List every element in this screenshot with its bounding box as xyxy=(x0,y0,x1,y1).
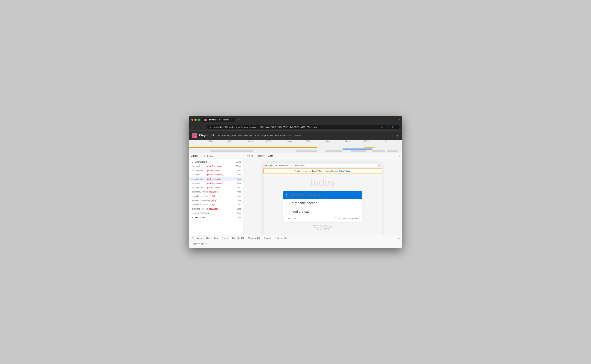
action-method-0: locator.fill xyxy=(192,165,206,167)
playwright-viewer: 🎭 Playwright demo-todo-app.spec.ts:60 › … xyxy=(189,131,402,248)
profile-icon[interactable]: 👤 xyxy=(391,126,394,128)
timeline-mark-500: 500ms xyxy=(286,140,305,143)
bottom-tab-network[interactable]: Network 6 xyxy=(246,235,262,241)
action-method-10: expect.toHaveText xyxy=(192,208,208,210)
nav-back-button[interactable]: ← xyxy=(191,126,195,129)
tab-actions[interactable]: Actions xyxy=(189,153,201,159)
new-tab-button[interactable]: + xyxy=(237,118,241,122)
action-item-9[interactable]: expect.toHaveText getByTestl... 2ms xyxy=(189,202,243,207)
tab-before[interactable]: Before xyxy=(255,153,266,159)
todo-notice-link[interactable]: real TodoMVC app. xyxy=(335,170,351,172)
action-item-6[interactable]: expect.toBeVisible getByText... 4ms xyxy=(189,190,243,194)
bottom-tab-errors-label: Errors xyxy=(222,237,228,239)
todo-items-left: 2 items left xyxy=(286,218,335,220)
action-method-3: locator.press xyxy=(192,178,206,180)
tab-metadata[interactable]: Metadata xyxy=(201,153,215,159)
theme-toggle-button[interactable]: ◐ xyxy=(397,134,399,137)
bottom-tab-source-label: Source xyxy=(264,237,271,239)
bottom-tab-source[interactable]: Source xyxy=(262,235,273,241)
bottom-tab-attachments[interactable]: Attachments xyxy=(273,235,289,241)
traffic-light-yellow[interactable] xyxy=(194,119,197,121)
bottom-tab-log[interactable]: Log xyxy=(212,235,220,241)
bottom-tab-locator[interactable]: ◎ Locator xyxy=(190,235,204,241)
share-icon[interactable]: ↑ xyxy=(385,126,386,128)
action-item-11[interactable]: page.waitForFunction 8ms xyxy=(189,211,243,215)
action-item-1[interactable]: locator.press getByPlacehold... 41ms xyxy=(189,168,243,173)
tab-close-button[interactable]: ✕ xyxy=(231,119,233,121)
pw-bottom-content: locator.press xyxy=(189,241,402,248)
timeline-bar-screenshot-3 xyxy=(325,150,342,152)
todo-filter-active[interactable]: Active xyxy=(340,217,347,220)
todo-credit-line-2: Created by Addy Osmani xyxy=(286,226,359,228)
action-item-8[interactable]: expect.toContainText getByT... 3ms xyxy=(189,198,243,202)
timeline-mark-600: 600ms xyxy=(305,140,325,143)
action-item-0[interactable]: locator.fill getByPlaceholder... 23ms xyxy=(189,164,243,168)
preview-menu-icon: ≡ xyxy=(379,164,380,167)
tab-dropdown[interactable]: ▾ xyxy=(399,119,400,121)
bottom-tab-call-label: Call xyxy=(206,237,210,239)
action-item-7[interactable]: expect.toHaveText getByTest... 4ms xyxy=(189,194,243,198)
pw-right-panel: Action Before After ⧉ xyxy=(243,153,402,235)
bottom-tab-network-label: Network xyxy=(248,237,256,239)
action-method-9: expect.toHaveText xyxy=(192,203,208,206)
todo-filter-completed[interactable]: Completed xyxy=(348,217,359,220)
action-group-after-hooks[interactable]: ▶ After Hooks 0ms xyxy=(189,215,243,220)
tab-title: Playwright Trace Viewer xyxy=(208,119,229,121)
external-link-icon[interactable]: ⧉ xyxy=(399,155,400,157)
action-item-2[interactable]: locator.fill getByPlaceholder('... 9ms xyxy=(189,173,243,177)
todo-credit: Double-click to edit a todo Created by A… xyxy=(283,222,362,233)
bottom-tab-errors[interactable]: Errors xyxy=(220,235,230,241)
action-duration-7: 4ms xyxy=(235,195,241,197)
todo-input-field[interactable] xyxy=(289,193,359,197)
action-item-10[interactable]: expect.toHaveText getByTestl... 2ms xyxy=(189,207,243,211)
bottom-tab-console[interactable]: Console 1 xyxy=(230,235,246,241)
action-locator-3: getByPlacehold... xyxy=(207,178,234,180)
action-group-before-hooks[interactable]: ▶ Before Hooks 797ms xyxy=(189,160,243,164)
timeline-mark-800: 800ms xyxy=(344,140,364,143)
timeline-mark-400: 400ms xyxy=(266,140,286,143)
timeline-mark-200: 200ms xyxy=(227,140,247,143)
action-item-3[interactable]: locator.press getByPlacehold... 8ms xyxy=(189,177,243,181)
network-badge: 6 xyxy=(257,237,260,239)
tab-after[interactable]: After xyxy=(266,153,275,159)
traffic-light-green[interactable] xyxy=(198,119,200,121)
todo-notice: This is just a demo of TodoMVC for testi… xyxy=(264,169,382,174)
address-bar[interactable]: 🔒 localhost:56296/trace/index.html?trace… xyxy=(207,125,400,129)
action-duration-10: 2ms xyxy=(235,208,241,210)
nav-reload-button[interactable]: ↻ xyxy=(202,126,205,129)
timeline-bar-secondary xyxy=(342,149,372,150)
split-view-button[interactable]: ⊟ xyxy=(398,236,401,240)
todo-list-item-1: feed the cat xyxy=(283,208,362,216)
bookmark-icon[interactable]: ☆ xyxy=(387,126,389,128)
timeline-bar-screenshot-4 xyxy=(351,150,366,152)
pw-panel-tabs: Actions Metadata xyxy=(189,153,243,159)
chevron-icon: ▶ xyxy=(192,161,194,163)
preview-content: This is just a demo of TodoMVC for testi… xyxy=(264,169,382,235)
browser-tab-active[interactable]: 🎭 Playwright Trace Viewer ✕ xyxy=(202,118,235,122)
action-duration-9: 2ms xyxy=(235,203,241,206)
bottom-tab-locator-label: Locator xyxy=(195,237,202,239)
pw-bottom-panel: ◎ Locator Call Log Errors Console 1 Netw xyxy=(189,235,402,248)
tab-action[interactable]: Action xyxy=(245,153,255,159)
timeline-bar-screenshot-6 xyxy=(387,150,398,152)
action-locator-1: getByPlacehold... xyxy=(207,169,234,172)
nav-forward-button[interactable]: → xyxy=(197,126,200,129)
address-icons: ⊕ ↑ ☆ 👤 ⋯ xyxy=(381,126,398,128)
todo-footer-tabs: All Active Completed xyxy=(335,217,359,220)
todo-input-chevron-icon: ❯ xyxy=(286,194,288,196)
todo-item-text-0: buy some cheese xyxy=(292,201,317,205)
playwright-brand: Playwright xyxy=(199,134,214,137)
action-item-5[interactable]: locator.press getByPlacehold... 9ms xyxy=(189,185,243,190)
todo-app: todos ❯ buy some cheese xyxy=(280,174,365,235)
browser-tabs: 🎭 Playwright Trace Viewer ✕ + ▾ xyxy=(202,118,400,122)
locator-method: locator.press xyxy=(191,243,207,245)
action-item-4[interactable]: locator.fill getByPlaceholder('... 9ms xyxy=(189,181,243,185)
traffic-light-red[interactable] xyxy=(191,119,193,121)
bottom-tab-call[interactable]: Call xyxy=(204,235,212,241)
locator-icon: ◎ xyxy=(192,237,194,239)
todo-filter-all[interactable]: All xyxy=(335,217,339,220)
traffic-lights xyxy=(191,119,200,121)
zoom-icon[interactable]: ⊕ xyxy=(381,126,383,128)
pw-timeline: 0 100ms 200ms 300ms 400ms 500ms 600ms 70… xyxy=(189,140,402,153)
more-icon[interactable]: ⋯ xyxy=(395,126,397,128)
